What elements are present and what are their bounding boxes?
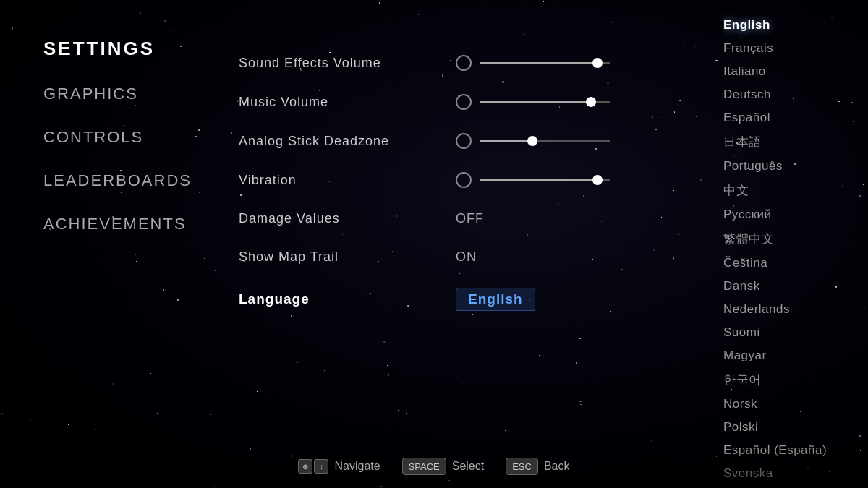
lang-item-espanol[interactable]: Español <box>723 107 846 129</box>
setting-row-sound-effects-volume[interactable]: Sound Effects Volume <box>239 43 702 82</box>
slider-fill-sound-effects-volume <box>480 62 597 64</box>
setting-row-analog-stick-deadzone[interactable]: Analog Stick Deadzone <box>239 121 702 160</box>
setting-label-analog-stick-deadzone: Analog Stick Deadzone <box>239 134 456 149</box>
lang-item-polski[interactable]: Polski <box>723 416 846 438</box>
slider-circle-vibration <box>456 172 472 188</box>
nav-item-graphics[interactable]: GRAPHICS <box>43 76 159 112</box>
slider-vibration[interactable] <box>456 172 610 188</box>
nav-item-leaderboards[interactable]: LEADERBOARDS <box>43 163 159 199</box>
navigation: SETTINGSGRAPHICSCONTROLSLEADERBOARDSACHI… <box>0 0 195 488</box>
setting-value-language[interactable]: English <box>456 288 535 311</box>
lang-item-magyar[interactable]: Magyar <box>723 345 846 367</box>
slider-track-analog-stick-deadzone <box>480 140 610 142</box>
slider-music-volume[interactable] <box>456 94 610 110</box>
lang-item-nederlands[interactable]: Nederlands <box>723 299 846 320</box>
setting-control-language: English <box>456 288 535 311</box>
setting-value-show-map-trail[interactable]: ON <box>456 249 477 265</box>
slider-circle-analog-stick-deadzone <box>456 133 472 149</box>
lang-item-korean[interactable]: 한국어 <box>723 368 846 392</box>
setting-row-music-volume[interactable]: Music Volume <box>239 82 702 121</box>
setting-row-vibration[interactable]: Vibration <box>239 160 702 200</box>
setting-control-music-volume <box>456 94 610 110</box>
setting-control-damage-values: OFF <box>456 211 484 226</box>
nav-item-achievements[interactable]: ACHIEVEMENTS <box>43 206 159 242</box>
setting-control-vibration <box>456 172 610 188</box>
lang-item-chinese-traditional[interactable]: 繁體中文 <box>723 227 846 251</box>
slider-circle-music-volume <box>456 94 472 110</box>
setting-label-sound-effects-volume: Sound Effects Volume <box>239 56 456 71</box>
select-label: Select <box>452 460 484 473</box>
setting-row-damage-values[interactable]: Damage ValuesOFF <box>239 200 702 238</box>
slider-thumb-analog-stick-deadzone <box>527 136 537 146</box>
setting-label-music-volume: Music Volume <box>239 95 456 110</box>
slider-thumb-music-volume <box>586 97 596 107</box>
slider-sound-effects-volume[interactable] <box>456 55 610 71</box>
navigate-arrows: ⊕ ↕ <box>298 459 328 474</box>
slider-track-vibration <box>480 179 610 181</box>
lang-item-portugues[interactable]: Português <box>723 155 846 177</box>
navigate-control: ⊕ ↕ Navigate <box>298 459 380 474</box>
lang-item-norsk[interactable]: Norsk <box>723 393 846 415</box>
lang-item-chinese-simplified[interactable]: 中文 <box>723 179 846 202</box>
bottom-bar: ⊕ ↕ Navigate SPACE Select ESC Back <box>0 445 868 488</box>
space-key: SPACE <box>402 458 446 475</box>
lang-item-francais[interactable]: Français <box>723 38 846 59</box>
settings-panel: Sound Effects VolumeMusic VolumeAnalog S… <box>195 0 723 488</box>
dpad-icon: ⊕ <box>298 459 312 474</box>
setting-label-language: Language <box>239 291 456 307</box>
lang-item-dansk[interactable]: Dansk <box>723 275 846 297</box>
slider-fill-analog-stick-deadzone <box>480 140 532 142</box>
slider-track-sound-effects-volume <box>480 62 610 64</box>
lang-item-suomi[interactable]: Suomi <box>723 322 846 343</box>
slider-fill-vibration <box>480 179 597 181</box>
lang-item-deutsch[interactable]: Deutsch <box>723 84 846 106</box>
setting-row-show-map-trail[interactable]: Show Map TrailON <box>239 238 702 276</box>
back-control: ESC Back <box>506 458 569 475</box>
esc-key: ESC <box>506 458 538 475</box>
slider-circle-sound-effects-volume <box>456 55 472 71</box>
slider-thumb-vibration <box>592 175 603 185</box>
setting-control-analog-stick-deadzone <box>456 133 610 149</box>
navigate-label: Navigate <box>334 460 380 473</box>
lang-item-japanese[interactable]: 日本語 <box>723 130 846 154</box>
back-label: Back <box>544 460 570 473</box>
lang-item-italiano[interactable]: Italiano <box>723 61 846 82</box>
language-list: EnglishFrançaisItalianoDeutschEspañol日本語… <box>723 0 868 488</box>
slider-track-music-volume <box>480 101 610 103</box>
setting-value-damage-values[interactable]: OFF <box>456 211 484 226</box>
lang-item-english[interactable]: English <box>723 14 846 36</box>
arrow-up-down-icon: ↕ <box>314 459 328 474</box>
slider-fill-music-volume <box>480 101 591 103</box>
setting-label-show-map-trail: Show Map Trail <box>239 249 456 265</box>
nav-item-settings[interactable]: SETTINGS <box>43 29 159 69</box>
setting-row-language[interactable]: LanguageEnglish <box>239 276 702 322</box>
setting-control-show-map-trail: ON <box>456 249 477 265</box>
setting-control-sound-effects-volume <box>456 55 610 71</box>
lang-item-cestina[interactable]: Čeština <box>723 252 846 274</box>
setting-label-damage-values: Damage Values <box>239 211 456 226</box>
slider-analog-stick-deadzone[interactable] <box>456 133 610 149</box>
nav-item-controls[interactable]: CONTROLS <box>43 119 159 155</box>
select-control: SPACE Select <box>402 458 485 475</box>
setting-label-vibration: Vibration <box>239 173 456 188</box>
main-content: SETTINGSGRAPHICSCONTROLSLEADERBOARDSACHI… <box>0 0 868 488</box>
lang-item-russian[interactable]: Русский <box>723 204 846 226</box>
slider-thumb-sound-effects-volume <box>592 58 603 68</box>
